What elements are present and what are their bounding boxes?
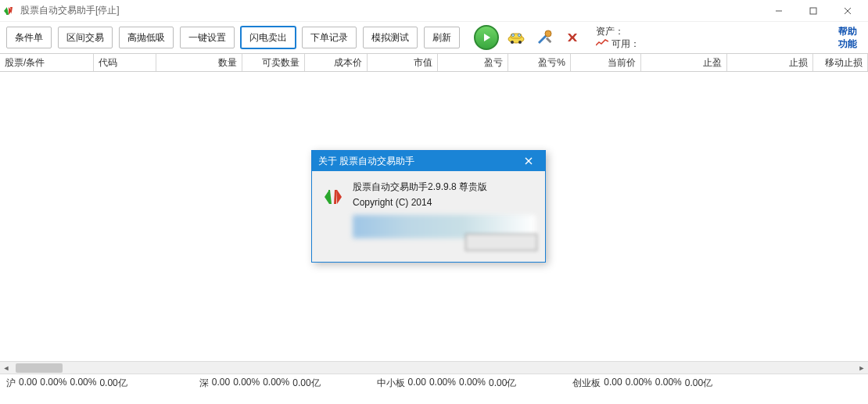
col-price[interactable]: 当前价 (571, 54, 641, 71)
sme-v4: 0.00亿 (489, 377, 516, 390)
dialog-title: 关于 股票自动交易助手 (318, 155, 518, 168)
dialog-titlebar[interactable]: 关于 股票自动交易助手 (312, 151, 545, 171)
table-header: 股票/条件 代码 数量 可卖数量 成本价 市值 盈亏 盈亏% 当前价 止盈 止损… (0, 53, 868, 72)
play-button[interactable] (474, 25, 499, 50)
app-logo-icon (3, 5, 16, 17)
svg-point-6 (518, 41, 522, 44)
sz-v2: 0.00% (233, 377, 260, 390)
order-log-button[interactable]: 下单记录 (302, 27, 357, 48)
svg-point-5 (511, 41, 514, 44)
close-button[interactable] (830, 0, 865, 22)
status-sh: 沪 0.00 0.00% 0.00% 0.00亿 (6, 377, 127, 390)
car-icon[interactable] (505, 27, 527, 48)
sh-label: 沪 (6, 377, 16, 390)
scroll-thumb[interactable] (16, 363, 63, 373)
svg-point-8 (512, 34, 515, 37)
status-sz: 深 0.00 0.00% 0.00% 0.00亿 (199, 377, 321, 390)
dialog-app-icon (321, 179, 345, 238)
sme-v1: 0.00 (408, 377, 426, 390)
gem-v3: 0.00% (655, 377, 682, 390)
dialog-line2: Copyright (C) 2014 (353, 195, 536, 210)
titlebar: 股票自动交易助手[停止] (0, 0, 868, 22)
col-value[interactable]: 市值 (368, 54, 438, 71)
available-label: 可用： (612, 38, 640, 50)
sh-v3: 0.00% (70, 377, 96, 390)
statusbar: 沪 0.00 0.00% 0.00% 0.00亿 深 0.00 0.00% 0.… (0, 374, 868, 392)
svg-point-10 (545, 30, 551, 37)
settings-tools-icon[interactable] (533, 27, 555, 48)
asset-info: 资产： 可用： (596, 25, 640, 50)
gem-v4: 0.00亿 (685, 377, 712, 390)
dialog-ok-button[interactable] (465, 234, 537, 251)
simulate-button[interactable]: 模拟测试 (363, 27, 418, 48)
range-trade-button[interactable]: 区间交易 (58, 27, 113, 48)
maximize-button[interactable] (796, 0, 830, 22)
scroll-left-icon[interactable]: ◄ (0, 362, 13, 374)
col-tp[interactable]: 止盈 (641, 54, 727, 71)
help-link[interactable]: 帮助 (838, 25, 857, 38)
dialog-text: 股票自动交易助手2.9.9.8 尊贵版 Copyright (C) 2014 (353, 179, 536, 238)
status-gem: 创业板 0.00 0.00% 0.00% 0.00亿 (572, 377, 712, 390)
h-scrollbar[interactable]: ◄ ► (0, 361, 868, 374)
dialog-line1: 股票自动交易助手2.9.9.8 尊贵版 (353, 179, 536, 195)
sz-v4: 0.00亿 (292, 377, 320, 390)
asset-label: 资产： (596, 25, 624, 38)
col-trailing[interactable]: 移动止损 (813, 54, 868, 71)
sz-v3: 0.00% (263, 377, 289, 390)
right-links: 帮助 功能 (838, 25, 862, 50)
scroll-right-icon[interactable]: ► (855, 362, 868, 374)
sh-v4: 0.00亿 (99, 377, 127, 390)
sme-label: 中小板 (377, 377, 405, 390)
window-controls (762, 0, 865, 22)
col-sellable[interactable]: 可卖数量 (242, 54, 305, 71)
flash-sell-button[interactable]: 闪电卖出 (241, 27, 296, 48)
high-low-button[interactable]: 高抛低吸 (119, 27, 174, 48)
col-stock[interactable]: 股票/条件 (0, 54, 94, 71)
svg-rect-1 (810, 8, 816, 14)
col-qty[interactable]: 数量 (156, 54, 242, 71)
red-x-icon[interactable] (561, 27, 583, 48)
function-link[interactable]: 功能 (838, 38, 857, 50)
svg-rect-11 (546, 37, 552, 43)
conditions-button[interactable]: 条件单 (6, 27, 52, 48)
gem-v1: 0.00 (604, 377, 622, 390)
one-key-setup-button[interactable]: 一键设置 (180, 27, 235, 48)
sz-v1: 0.00 (212, 377, 230, 390)
refresh-button[interactable]: 刷新 (424, 27, 460, 48)
gem-label: 创业板 (572, 377, 601, 390)
col-pnl[interactable]: 盈亏 (438, 54, 508, 71)
col-cost[interactable]: 成本价 (305, 54, 368, 71)
minimize-button[interactable] (762, 0, 796, 22)
window-title: 股票自动交易助手[停止] (20, 4, 762, 17)
status-sme: 中小板 0.00 0.00% 0.00% 0.00亿 (377, 377, 517, 390)
sme-v2: 0.00% (429, 377, 456, 390)
dialog-close-button[interactable] (518, 151, 539, 171)
col-sl[interactable]: 止损 (727, 54, 813, 71)
gem-v2: 0.00% (626, 377, 652, 390)
about-dialog: 关于 股票自动交易助手 股票自动交易助手2.9.9.8 尊贵版 Copyrigh… (311, 150, 546, 263)
col-code[interactable]: 代码 (94, 54, 156, 71)
sh-v2: 0.00% (40, 377, 66, 390)
trend-icon (596, 38, 608, 50)
sh-v1: 0.00 (19, 377, 37, 390)
toolbar: 条件单 区间交易 高抛低吸 一键设置 闪电卖出 下单记录 模拟测试 刷新 资产：… (0, 22, 868, 53)
sz-label: 深 (199, 377, 209, 390)
sme-v3: 0.00% (459, 377, 486, 390)
svg-point-9 (518, 34, 521, 37)
col-pnl-pct[interactable]: 盈亏% (508, 54, 571, 71)
